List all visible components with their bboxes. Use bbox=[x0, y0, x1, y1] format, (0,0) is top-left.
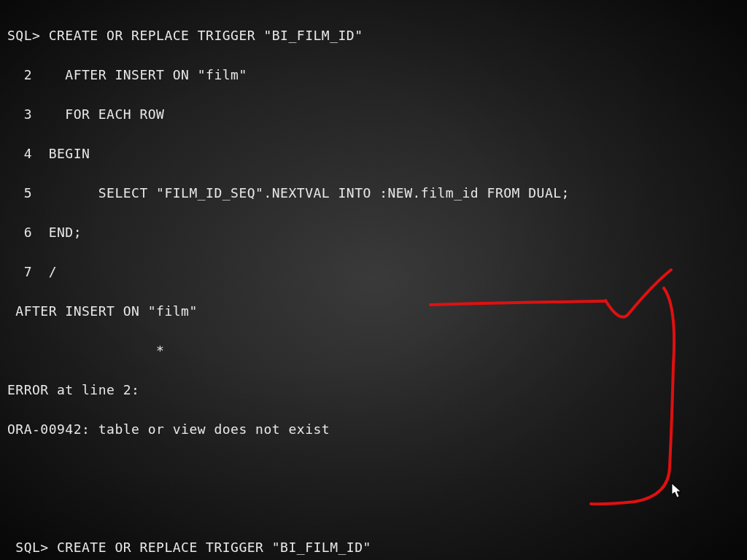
blank-line bbox=[7, 459, 740, 478]
sql-line: 3 FOR EACH ROW bbox=[7, 104, 740, 124]
sql-error-marker: * bbox=[7, 341, 740, 360]
terminal-output: SQL> CREATE OR REPLACE TRIGGER "BI_FILM_… bbox=[7, 6, 740, 560]
sql-line: 6 END; bbox=[7, 222, 740, 242]
sql-error-message: ORA-00942: table or view does not exist bbox=[7, 419, 740, 439]
sql-error-header: ERROR at line 2: bbox=[7, 380, 740, 400]
sql-error-context: AFTER INSERT ON "film" bbox=[7, 301, 740, 321]
blank-line bbox=[7, 498, 740, 518]
sql-line: 5 SELECT "FILM_ID_SEQ".NEXTVAL INTO :NEW… bbox=[7, 183, 740, 203]
sql-line: SQL> CREATE OR REPLACE TRIGGER "BI_FILM_… bbox=[7, 537, 740, 557]
sql-line: 7 / bbox=[7, 262, 740, 281]
sql-line: SQL> CREATE OR REPLACE TRIGGER "BI_FILM_… bbox=[7, 26, 740, 45]
sql-line: 2 AFTER INSERT ON "film" bbox=[7, 65, 740, 85]
mouse-cursor-icon bbox=[671, 483, 683, 499]
sql-line: 4 BEGIN bbox=[7, 144, 740, 163]
